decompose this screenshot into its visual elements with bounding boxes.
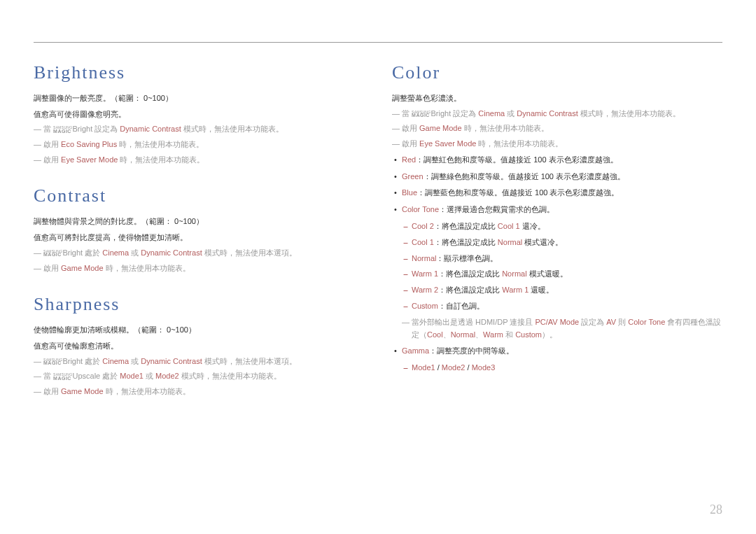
sub-text: 模式還冷。	[522, 238, 563, 246]
contrast-note-2: 啟用 Game Mode 時，無法使用本功能表。	[34, 262, 364, 275]
note-highlight: Dynamic Contrast	[517, 109, 578, 118]
note-highlight: Cinema	[478, 109, 505, 118]
two-column-layout: Brightness 調整圖像的一般亮度。（範圍： 0~100） 值愈高可使得圖…	[34, 62, 722, 418]
sharpness-desc-2: 值愈高可使輪廓愈清晰。	[34, 339, 364, 353]
sub-cool1: Cool 1：將色溫設定成比 Normal 模式還冷。	[392, 236, 722, 250]
color-nested-note: 當外部輸出是透過 HDMI/DP 連接且 PC/AV Mode 設定為 AV 則…	[392, 316, 722, 342]
note-text: 或	[144, 372, 155, 380]
note-text: 模式時，無法使用本選項。	[202, 357, 297, 365]
color-note-3: 啟用 Eye Saver Mode 時，無法使用本功能表。	[392, 137, 722, 150]
sharpness-note-2: 當 SAMSUNGMAGICUpscale 處於 Mode1 或 Mode2 模…	[34, 370, 364, 383]
note-text: 當	[402, 109, 412, 118]
heading-brightness: Brightness	[34, 62, 364, 83]
note-text: Bright 處於	[62, 357, 102, 365]
nn-text: 、	[443, 330, 451, 339]
note-highlight: Cinema	[102, 248, 129, 257]
bullet-val: ：調整綠色飽和度等級。值越接近 100 表示色彩濃度越強。	[424, 172, 625, 181]
nn-text: 、	[475, 330, 483, 339]
mode-val: Mode3	[472, 363, 496, 372]
sub-key: Custom	[412, 302, 438, 310]
section-contrast: Contrast 調整物體與背景之間的對比度。（範圍： 0~100） 值愈高可將…	[34, 185, 364, 274]
sub-text: 還冷。	[520, 222, 545, 230]
sub-text: ：將色溫設定成比	[434, 238, 498, 246]
sub-key: Cool 1	[412, 238, 434, 246]
note-text: 時，無法使用本功能表。	[117, 140, 204, 148]
color-note-1: 當 SAMSUNGMAGICBright 設定為 Cinema 或 Dynami…	[392, 107, 722, 120]
note-highlight: Dynamic Contrast	[141, 248, 202, 257]
bullet-key-red: Red	[402, 155, 416, 164]
note-text: 模式時，無法使用本功能表。	[578, 109, 680, 118]
bullet-key-colortone: Color Tone	[402, 205, 439, 213]
bullet-key-blue: Blue	[402, 188, 417, 197]
contrast-desc-2: 值愈高可將對比度提高，使得物體更加清晰。	[34, 231, 364, 244]
bullet-red: Red：調整紅色飽和度等級。值越接近 100 表示色彩濃度越強。	[392, 153, 722, 167]
top-rule	[34, 42, 722, 43]
note-text: Bright 處於	[62, 248, 102, 257]
brightness-note-1: 當 SAMSUNGMAGICBright 設定為 Dynamic Contras…	[34, 122, 364, 136]
sub-text: ：將色溫設定成比	[434, 222, 498, 230]
nn-highlight: AV	[606, 318, 616, 326]
nn-text: 則	[616, 318, 628, 326]
note-text: Bright 設定為	[430, 109, 478, 118]
samsung-magic-icon: SAMSUNGMAGIC	[412, 111, 430, 118]
page-number: 28	[710, 503, 722, 517]
color-desc-1: 調整螢幕色彩濃淡。	[392, 92, 722, 105]
sharpness-note-1: SAMSUNGMAGICBright 處於 Cinema 或 Dynamic C…	[34, 355, 364, 368]
bullet-val: ：調整藍色飽和度等級。值越接近 100 表示色彩濃度越強。	[417, 188, 619, 197]
bullet-key-gamma: Gamma	[402, 346, 429, 355]
heading-color: Color	[392, 62, 722, 83]
note-text: 啟用	[43, 387, 61, 395]
section-color: Color 調整螢幕色彩濃淡。 當 SAMSUNGMAGICBright 設定為…	[392, 62, 722, 375]
note-text: 或	[505, 109, 517, 118]
sub-key: Normal	[412, 254, 436, 262]
note-highlight: Game Mode	[61, 264, 104, 272]
right-column: Color 調整螢幕色彩濃淡。 當 SAMSUNGMAGICBright 設定為…	[392, 62, 722, 418]
nn-highlight: PC/AV Mode	[535, 318, 579, 326]
bullet-val: ：調整紅色飽和度等級。值越接近 100 表示色彩濃度越強。	[416, 155, 617, 164]
bullet-key-green: Green	[402, 172, 424, 181]
sub-warm1: Warm 1：將色溫設定成比 Normal 模式還暖。	[392, 267, 722, 281]
mode-sep: /	[465, 363, 471, 372]
mode-val: Mode1	[412, 363, 435, 372]
nn-text: 和	[503, 330, 515, 339]
note-text: 啟用	[43, 140, 61, 148]
note-text: 或	[129, 248, 141, 257]
sub-highlight: Cool 1	[498, 222, 520, 230]
bullet-blue: Blue：調整藍色飽和度等級。值越接近 100 表示色彩濃度越強。	[392, 186, 722, 200]
nn-highlight: Warm	[483, 330, 503, 339]
note-highlight: Eco Saving Plus	[61, 140, 117, 148]
note-text: Upscale 處於	[72, 372, 120, 380]
sub-highlight: Normal	[502, 269, 526, 278]
sub-warm2: Warm 2：將色溫設定成比 Warm 1 還暖。	[392, 283, 722, 297]
bullet-green: Green：調整綠色飽和度等級。值越接近 100 表示色彩濃度越強。	[392, 170, 722, 184]
samsung-magic-icon: SAMSUNGMAGIC	[53, 373, 72, 380]
sharpness-desc-1: 使物體輪廓更加清晰或模糊。（範圍： 0~100）	[34, 323, 364, 337]
section-brightness: Brightness 調整圖像的一般亮度。（範圍： 0~100） 值愈高可使得圖…	[34, 62, 364, 166]
contrast-note-1: SAMSUNGMAGICBright 處於 Cinema 或 Dynamic C…	[34, 246, 364, 260]
brightness-note-2: 啟用 Eco Saving Plus 時，無法使用本功能表。	[34, 138, 364, 151]
note-highlight: Mode2	[155, 372, 179, 380]
sub-normal: Normal：顯示標準色調。	[392, 252, 722, 266]
brightness-desc-1: 調整圖像的一般亮度。（範圍： 0~100）	[34, 92, 364, 105]
note-highlight: Dynamic Contrast	[141, 357, 202, 365]
sub-modes: Mode1 / Mode2 / Mode3	[392, 361, 722, 375]
nn-highlight: Color Tone	[628, 318, 665, 326]
heading-contrast: Contrast	[34, 185, 364, 206]
note-text: 模式時，無法使用本功能表。	[179, 372, 281, 380]
heading-sharpness: Sharpness	[34, 294, 364, 315]
brightness-desc-2: 值愈高可使得圖像愈明亮。	[34, 108, 364, 121]
note-highlight: Cinema	[102, 357, 129, 365]
sub-highlight: Normal	[498, 238, 522, 246]
note-highlight: Game Mode	[419, 124, 462, 132]
sub-key: Cool 2	[412, 222, 434, 230]
nn-text: ）。	[542, 330, 557, 339]
sub-text: ：顯示標準色調。	[436, 254, 498, 262]
sub-cool2: Cool 2：將色溫設定成比 Cool 1 還冷。	[392, 220, 722, 234]
sub-text: 模式還暖。	[527, 269, 568, 278]
note-text: 啟用	[402, 124, 419, 132]
samsung-magic-icon: SAMSUNGMAGIC	[53, 126, 72, 133]
nn-text: 當外部輸出是透過 HDMI/DP 連接且	[412, 318, 535, 326]
note-text: 當	[43, 372, 53, 380]
note-text: 模式時，無法使用本功能表。	[181, 125, 284, 133]
bullet-val: ：調整亮度的中間等級。	[429, 346, 514, 355]
